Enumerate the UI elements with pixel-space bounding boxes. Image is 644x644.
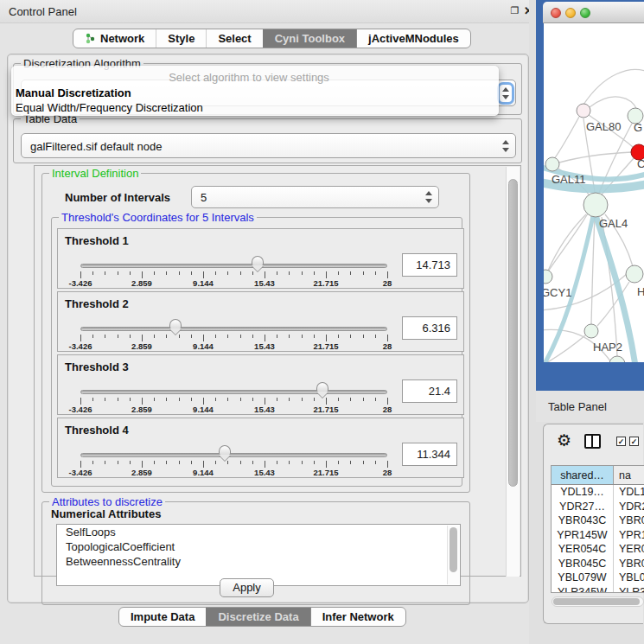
network-node[interactable] — [545, 157, 559, 171]
network-canvas[interactable]: GAL80GCGAL11GAL4GCY1HHAP2 — [544, 23, 644, 362]
settings-vertical-scrollbar[interactable] — [506, 167, 520, 577]
slider-tick — [314, 335, 315, 338]
tab-jactivemnodules[interactable]: jActiveMNodules — [356, 29, 470, 48]
network-edge[interactable] — [554, 117, 579, 159]
threshold-slider-track[interactable] — [80, 327, 387, 331]
slider-tick — [302, 335, 303, 338]
table-cell[interactable]: YBL0 — [613, 571, 644, 585]
table-cell[interactable]: YDR27… — [552, 500, 613, 514]
attribute-list-item[interactable]: BetweennessCentrality — [57, 554, 460, 569]
network-window-titlebar[interactable] — [543, 2, 644, 23]
network-node[interactable] — [583, 193, 608, 217]
slider-tick — [166, 271, 167, 275]
slider-tick — [375, 461, 376, 464]
table-data-combobox-value: galFiltered.sif default node — [30, 139, 162, 152]
slider-tick — [277, 398, 277, 401]
close-traffic-light-icon[interactable] — [551, 8, 561, 18]
tab-select[interactable]: Select — [206, 29, 262, 48]
numerical-attributes-list[interactable]: SelfLoopsTopologicalCoefficientBetweenne… — [56, 524, 461, 586]
slider-tick — [92, 461, 93, 464]
network-node[interactable] — [577, 104, 590, 118]
table-cell[interactable]: YBL079W — [552, 571, 613, 585]
threshold-slider-track[interactable] — [80, 264, 387, 268]
tab-impute-data[interactable]: Impute Data — [119, 608, 206, 626]
table-data-combobox[interactable]: galFiltered.sif default node — [21, 133, 516, 158]
slider-tick — [154, 461, 155, 464]
table-row[interactable]: YER054CYER0 — [552, 542, 644, 557]
attribute-list-item[interactable]: SelfLoops — [57, 525, 460, 539]
table-row[interactable]: YDR27…YDR2 — [552, 500, 644, 514]
table-cell[interactable]: YPR145W — [552, 528, 613, 543]
table-scrollbar-thumb[interactable] — [553, 598, 640, 605]
table-cell[interactable]: YDL19… — [552, 485, 613, 500]
combobox-stepper-icon[interactable] — [500, 85, 512, 102]
list-scrollbar[interactable] — [447, 526, 459, 584]
table-row[interactable]: YBR043CYBR0 — [552, 513, 644, 528]
table-row[interactable]: YPR145WYPR1 — [552, 528, 644, 543]
network-node[interactable] — [544, 270, 552, 284]
tab-infer-network[interactable]: Infer Network — [310, 608, 405, 626]
network-edge[interactable] — [591, 217, 595, 324]
gear-icon[interactable]: ⚙ — [557, 430, 571, 450]
tab-style[interactable]: Style — [156, 29, 206, 48]
slider-tick — [166, 461, 167, 464]
network-node[interactable] — [609, 356, 625, 362]
column-header[interactable]: shared… — [552, 466, 613, 484]
network-node[interactable] — [626, 265, 643, 283]
table-row[interactable]: YDL19…YDL1 — [552, 485, 644, 500]
threshold-value-field[interactable]: 14.713 — [402, 253, 457, 277]
table-row[interactable]: YBL079WYBL0 — [552, 571, 644, 585]
table-cell[interactable]: YBR0 — [613, 513, 644, 528]
column-header[interactable]: na — [613, 466, 644, 484]
table-cell[interactable]: YBR045C — [552, 557, 613, 571]
table-row[interactable]: YLR345WYLR3 — [552, 585, 644, 594]
checkbox-icon[interactable]: ✓ — [629, 437, 639, 446]
apply-button[interactable]: Apply — [220, 578, 274, 597]
network-edge[interactable] — [583, 69, 644, 105]
slider-tick — [314, 461, 315, 464]
table-cell[interactable]: YDL1 — [613, 485, 644, 500]
algorithm-option[interactable]: Manual Discretization — [16, 86, 131, 99]
slider-tick — [338, 398, 339, 401]
algorithm-option[interactable]: Equal Width/Frequency Discretization — [16, 101, 203, 114]
table-cell[interactable]: YPR1 — [613, 528, 644, 543]
table-cell[interactable]: YER054C — [552, 542, 613, 557]
threshold-value-field[interactable]: 21.4 — [402, 379, 457, 403]
network-node-label: GAL11 — [552, 173, 586, 186]
zoom-traffic-light-icon[interactable] — [580, 8, 590, 18]
number-of-intervals-combobox[interactable]: 5 — [191, 186, 439, 208]
table-cell[interactable]: YLR345W — [552, 585, 613, 594]
combobox-stepper-icon[interactable] — [500, 137, 512, 155]
attribute-list-item[interactable]: TopologicalCoefficient — [57, 539, 460, 554]
list-scrollbar-thumb[interactable] — [450, 527, 457, 572]
tab-cyni-toolbox[interactable]: Cyni Toolbox — [263, 29, 356, 48]
node-attribute-table[interactable]: shared…naYDL19…YDL1YDR27…YDR2YBR043CYBR0… — [551, 465, 644, 593]
table-row[interactable]: YBR045CYBR0 — [552, 557, 644, 571]
network-edge[interactable] — [559, 152, 632, 163]
table-horizontal-scrollbar[interactable] — [552, 596, 644, 607]
network-edge[interactable] — [590, 97, 637, 110]
table-cell[interactable]: YLR3 — [613, 585, 644, 594]
table-cell[interactable]: YER0 — [613, 542, 644, 557]
float-window-icon[interactable]: ❐ — [508, 4, 521, 17]
threshold-slider-track[interactable] — [80, 453, 387, 457]
split-columns-icon[interactable] — [584, 434, 601, 449]
threshold-value-field[interactable]: 11.344 — [402, 443, 457, 466]
threshold-slider-thumb[interactable] — [252, 256, 264, 265]
threshold-value-field[interactable]: 6.316 — [402, 316, 457, 340]
table-cell[interactable]: YBR043C — [552, 513, 613, 528]
table-cell[interactable]: YDR2 — [613, 500, 644, 514]
minimize-traffic-light-icon[interactable] — [565, 8, 576, 18]
table-cell[interactable]: YBR0 — [613, 557, 644, 571]
tab-discretize-data[interactable]: Discretize Data — [206, 608, 309, 626]
threshold-slider-thumb[interactable] — [316, 382, 328, 392]
settings-scrollbar-thumb[interactable] — [508, 179, 518, 487]
threshold-slider-thumb[interactable] — [219, 445, 231, 455]
combobox-stepper-icon[interactable] — [423, 188, 435, 206]
network-node[interactable] — [584, 324, 598, 338]
checkbox-icon[interactable]: ✓ — [616, 437, 626, 446]
tab-network[interactable]: Network — [73, 29, 156, 48]
threshold-slider-thumb[interactable] — [169, 319, 182, 328]
threshold-slider-track[interactable] — [80, 390, 387, 394]
slider-tick — [203, 461, 204, 468]
